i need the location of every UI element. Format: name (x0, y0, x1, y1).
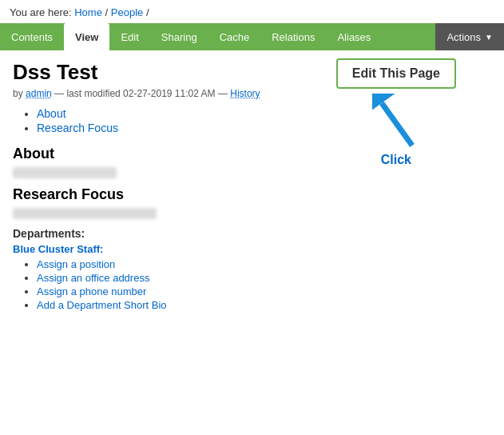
research-focus-content-blurred (13, 208, 157, 219)
departments-section: Departments: Blue Cluster Staff: Assign … (13, 227, 491, 311)
modified-date: last modified 02-27-2019 11:02 AM (66, 88, 215, 99)
breadcrumb-sep2: / (146, 6, 149, 18)
departments-list: Assign a position Assign an office addre… (13, 258, 491, 311)
dept-list-item-bio: Add a Department Short Bio (37, 299, 491, 311)
breadcrumb: You are here: Home / People / (0, 0, 504, 23)
assign-address-link[interactable]: Assign an office address (37, 272, 149, 284)
edit-page-overlay: Edit This Page Click (336, 58, 456, 167)
navbar: Contents View Edit Sharing Cache Relatio… (0, 23, 504, 50)
nav-edit[interactable]: Edit (109, 23, 149, 50)
click-link[interactable]: Click (381, 153, 411, 167)
nav-aliases[interactable]: Aliases (326, 23, 382, 50)
edit-this-page-button[interactable]: Edit This Page (336, 58, 456, 89)
actions-arrow-icon: ▼ (485, 33, 493, 42)
departments-title: Departments: (13, 227, 491, 240)
history-link[interactable]: History (230, 88, 260, 99)
actions-label: Actions (446, 31, 481, 43)
nav-relations[interactable]: Relations (260, 23, 326, 50)
toc-research-link[interactable]: Research Focus (37, 122, 118, 134)
dept-list-item-position: Assign a position (37, 258, 491, 270)
main-content: Edit This Page Click Dss Test by admin —… (0, 50, 504, 322)
actions-button[interactable]: Actions ▼ (435, 23, 504, 50)
meta-dash2: — (218, 88, 230, 99)
nav-cache[interactable]: Cache (208, 23, 261, 50)
arrow-icon (372, 94, 420, 150)
nav-sharing[interactable]: Sharing (150, 23, 208, 50)
add-bio-link[interactable]: Add a Department Short Bio (37, 299, 167, 311)
nav-view[interactable]: View (64, 23, 109, 50)
dept-list-item-phone: Assign a phone number (37, 285, 491, 297)
breadcrumb-people[interactable]: People (111, 6, 143, 18)
svg-line-1 (382, 103, 412, 146)
assign-position-link[interactable]: Assign a position (37, 258, 115, 270)
cluster-name[interactable]: Blue Cluster Staff: (13, 243, 491, 255)
about-content-blurred (13, 167, 117, 178)
author-link[interactable]: admin (26, 88, 52, 99)
arrow-container: Click (372, 94, 420, 167)
breadcrumb-home[interactable]: Home (74, 6, 102, 18)
toc-about-link[interactable]: About (37, 107, 66, 120)
assign-phone-link[interactable]: Assign a phone number (37, 285, 146, 297)
dept-list-item-address: Assign an office address (37, 272, 491, 284)
meta-dash1: — (54, 88, 66, 99)
breadcrumb-sep1: / (105, 6, 109, 18)
nav-contents[interactable]: Contents (0, 23, 64, 50)
research-focus-title: Research Focus (13, 186, 491, 203)
meta-prefix: by (13, 88, 23, 99)
breadcrumb-prefix: You are here: (10, 6, 72, 18)
